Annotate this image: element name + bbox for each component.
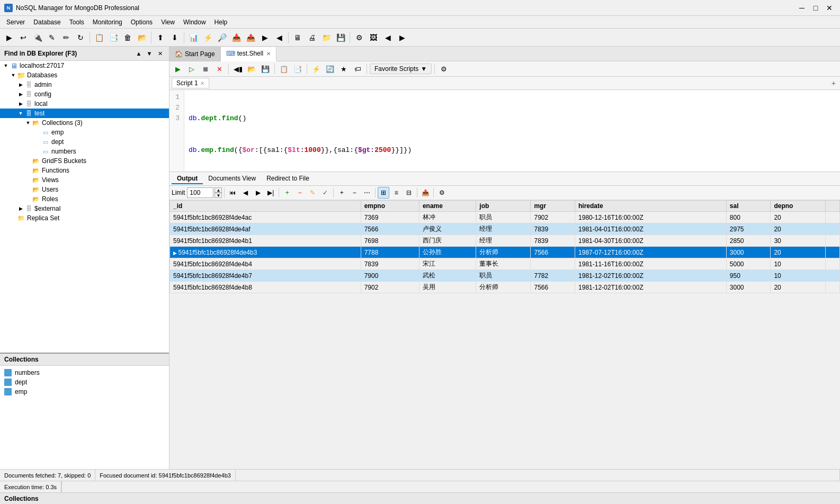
table-cell[interactable]: 20 — [771, 282, 825, 293]
tb-btn-11[interactable]: ⬆ — [154, 31, 167, 44]
tree-item-replicaset[interactable]: ▶ 📁 Replica Set — [0, 213, 169, 223]
table-cell[interactable]: 7788 — [361, 247, 419, 258]
tree-item-users[interactable]: ▶ 📂 Users — [0, 185, 169, 194]
table-cell[interactable]: 5941f5bfc1bc86928f4de4b1 — [170, 235, 361, 247]
tb-btn-10[interactable]: 📂 — [135, 31, 149, 44]
table-cell[interactable]: 7900 — [361, 270, 419, 282]
tree-item-localhost[interactable]: ▼ 🖥 localhost:27017 — [0, 61, 169, 70]
table-cell[interactable]: 职员 — [476, 270, 531, 282]
sidebar-down-btn[interactable]: ▼ — [145, 49, 154, 58]
exec2-btn[interactable]: 🔄 — [324, 62, 336, 75]
table-cell[interactable]: ▶ 5941f5bfc1bc86928f4de4b3 — [170, 247, 361, 258]
expand-local[interactable]: ▶ — [17, 100, 24, 107]
menu-database[interactable]: Database — [29, 17, 65, 27]
table-cell[interactable]: 7566 — [361, 223, 419, 235]
tag-btn[interactable]: 🏷 — [351, 62, 364, 75]
copy-btn[interactable]: 📋 — [278, 62, 290, 75]
table-cell[interactable]: 5941f5bfc1bc86928f4de4af — [170, 223, 361, 235]
output-tab-output[interactable]: Output — [172, 174, 203, 184]
table-cell[interactable]: 职员 — [476, 212, 531, 223]
tb-btn-19[interactable]: ◀ — [272, 31, 286, 44]
table-cell[interactable]: 1981-04-01T16:00:00Z — [575, 223, 727, 235]
table-row[interactable]: 5941f5bfc1bc86928f4de4b87902吴用分析师7566198… — [170, 282, 840, 293]
table-row[interactable]: 5941f5bfc1bc86928f4de4ac7369林冲职员79021980… — [170, 212, 840, 223]
table-cell[interactable]: 7782 — [531, 270, 575, 282]
table-cell[interactable]: 分析师 — [476, 247, 531, 258]
table-row[interactable]: 5941f5bfc1bc86928f4de4b47839宋江董事长1981-11… — [170, 258, 840, 270]
menu-tools[interactable]: Tools — [65, 17, 88, 27]
menu-options[interactable]: Options — [127, 17, 157, 27]
filter-btn[interactable]: ⚙ — [436, 187, 448, 199]
tb-btn-9[interactable]: 🗑 — [121, 31, 135, 44]
tree-item-numbers[interactable]: ▶ ▭ numbers — [0, 147, 169, 156]
tb-btn-1[interactable]: ▶ — [2, 31, 16, 44]
table-cell[interactable]: 1981-11-16T16:00:00Z — [575, 258, 727, 270]
tb-btn-4[interactable]: ✎ — [45, 31, 59, 44]
code-lines[interactable]: db.dept.find() db.emp.find({$or:[{sal:{$… — [184, 90, 840, 172]
more-btn[interactable]: ⋯ — [361, 187, 373, 199]
sidebar-up-btn[interactable]: ▲ — [134, 49, 144, 58]
table-cell[interactable]: 20 — [771, 223, 825, 235]
table-cell[interactable]: 1981-04-30T16:00:00Z — [575, 235, 727, 247]
open-file-btn[interactable]: 📂 — [245, 62, 258, 75]
tree-item-roles[interactable]: ▶ 📂 Roles — [0, 194, 169, 204]
table-cell[interactable]: 7566 — [531, 247, 575, 258]
export-btn[interactable]: 📤 — [419, 187, 431, 199]
tb-btn-2[interactable]: ↩ — [16, 31, 30, 44]
delete-btn[interactable]: − — [348, 187, 360, 199]
table-cell[interactable]: 7839 — [361, 258, 419, 270]
save-file-btn[interactable]: 💾 — [259, 62, 272, 75]
tree-item-admin[interactable]: ▶ 🗄 admin — [0, 80, 169, 89]
expand-config[interactable]: ▶ — [17, 91, 24, 98]
output-tab-redirect[interactable]: Redirect to File — [261, 174, 315, 184]
table-cell[interactable]: 950 — [726, 270, 771, 282]
tb-btn-18[interactable]: ▶ — [258, 31, 272, 44]
cancel-btn[interactable]: ✕ — [213, 62, 226, 75]
paste-btn[interactable]: 📑 — [291, 62, 304, 75]
spin-down-btn[interactable]: ▼ — [215, 193, 222, 198]
table-cell[interactable]: 董事长 — [476, 258, 531, 270]
run-selected-btn[interactable]: ▷ — [185, 62, 198, 75]
tb-btn-23[interactable]: 💾 — [334, 31, 347, 44]
favorite-scripts-btn[interactable]: Favorite Scripts ▼ — [370, 64, 432, 74]
table-cell[interactable]: 7369 — [361, 212, 419, 223]
col-header-hiredate[interactable]: hiredate — [575, 201, 727, 212]
menu-monitoring[interactable]: Monitoring — [88, 17, 127, 27]
tb-btn-16[interactable]: 📥 — [229, 31, 243, 44]
table-cell[interactable]: 经理 — [476, 223, 531, 235]
tree-item-functions[interactable]: ▶ 📂 Functions — [0, 166, 169, 175]
tb-btn-12[interactable]: ⬇ — [168, 31, 182, 44]
tab-start-page[interactable]: 🏠 Start Page — [169, 47, 221, 61]
expand-admin[interactable]: ▶ — [17, 81, 24, 88]
table-cell[interactable]: 3000 — [726, 247, 771, 258]
settings-btn[interactable]: ⚙ — [437, 62, 450, 75]
table-cell[interactable]: 3000 — [726, 282, 771, 293]
edit-row-btn[interactable]: ✎ — [307, 187, 318, 199]
table-cell[interactable]: 2975 — [726, 223, 771, 235]
expand-localhost[interactable]: ▼ — [2, 62, 10, 69]
col-header-ename[interactable]: ename — [419, 201, 476, 212]
expand-external[interactable]: ▶ — [17, 205, 24, 212]
table-cell[interactable] — [531, 258, 575, 270]
table-cell[interactable]: 1981-12-02T16:00:00Z — [575, 270, 727, 282]
star-btn[interactable]: ★ — [337, 62, 350, 75]
col-view-btn[interactable]: ⊟ — [403, 187, 415, 199]
table-cell[interactable]: 5941f5bfc1bc86928f4de4b4 — [170, 258, 361, 270]
remove-row-btn[interactable]: − — [294, 187, 306, 199]
tree-item-collections[interactable]: ▼ 📂 Collections (3) — [0, 118, 169, 128]
add-row-btn[interactable]: + — [281, 187, 293, 199]
script-add-btn[interactable]: + — [829, 79, 838, 87]
stop-btn[interactable]: ⏹ — [199, 62, 212, 75]
tb-btn-24[interactable]: ⚙ — [352, 31, 366, 44]
tb-btn-25[interactable]: 🖼 — [367, 31, 380, 44]
menu-server[interactable]: Server — [2, 17, 29, 27]
list-view-btn[interactable]: ≡ — [390, 187, 402, 199]
prev-btn[interactable]: ◀ — [239, 187, 251, 199]
tree-item-test[interactable]: ▼ 🗄 test — [0, 109, 169, 118]
sidebar-close-btn[interactable]: ✕ — [155, 49, 165, 58]
expand-collections[interactable]: ▼ — [24, 119, 32, 127]
table-cell[interactable]: 林冲 — [419, 212, 476, 223]
table-cell[interactable]: 吴用 — [419, 282, 476, 293]
tree-item-external[interactable]: ▶ 🗄 $external — [0, 204, 169, 213]
tb-btn-13[interactable]: 📊 — [186, 31, 200, 44]
